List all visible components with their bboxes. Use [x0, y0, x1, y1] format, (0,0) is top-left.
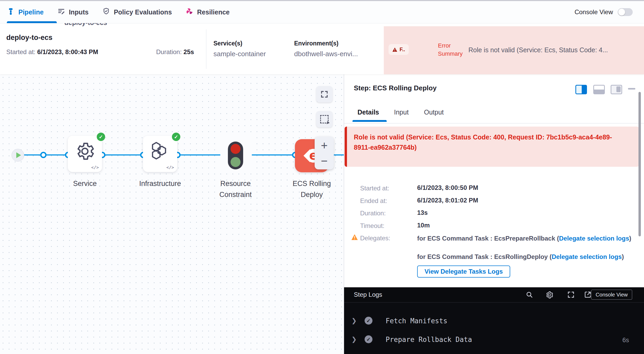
- zoom-out-button[interactable]: −: [315, 154, 334, 168]
- inputs-icon: [57, 7, 65, 17]
- error-summary-message: Role is not valid (Service: Ecs, Status …: [468, 46, 637, 54]
- toggle-knob: [618, 9, 625, 15]
- pipeline-icon: [7, 7, 15, 17]
- header-divider: [206, 29, 206, 69]
- traffic-green-light: [231, 157, 241, 167]
- log-step-name: Prepare Rollback Data: [386, 336, 472, 343]
- canvas-select-button[interactable]: [316, 111, 333, 127]
- log-success-check-icon: ✓: [365, 335, 372, 343]
- delegate-prefix: for ECS Command Task : EcsPrepareRollbac…: [417, 235, 559, 242]
- duration-value: 25s: [183, 48, 194, 55]
- tab-output[interactable]: Output: [424, 108, 444, 116]
- step-error-banner: Role is not valid (Service: Ecs, Status …: [345, 127, 639, 167]
- logs-console-view-button[interactable]: Console View: [591, 290, 632, 300]
- timeout-label: Timeout:: [360, 222, 384, 230]
- tab-policy-evaluations-label: Policy Evaluations: [114, 8, 172, 16]
- delegate-info-line: for ECS Command Task : EcsPrepareRollbac…: [417, 234, 639, 243]
- tab-inputs[interactable]: Inputs: [57, 7, 89, 17]
- gear-icon[interactable]: [545, 291, 554, 300]
- app-root: Pipeline Inputs Policy E: [0, 0, 644, 354]
- node-label-infrastructure: Infrastructure: [131, 178, 189, 189]
- details-tab-underline: [352, 120, 387, 122]
- tab-details[interactable]: Details: [357, 108, 379, 116]
- chevron-right-icon[interactable]: ❯: [351, 336, 357, 343]
- delegate-suffix: ): [622, 253, 624, 260]
- canvas-fullscreen-button[interactable]: [316, 86, 333, 102]
- tabs-divider: [344, 123, 644, 123]
- delegate-suffix: ): [629, 235, 631, 242]
- tab-policy-evaluations[interactable]: Policy Evaluations: [102, 7, 172, 17]
- console-view-control: Console View: [575, 1, 633, 23]
- services-value[interactable]: sample-container: [213, 50, 266, 58]
- fullscreen-icon[interactable]: [567, 291, 575, 300]
- top-nav: Pipeline Inputs Policy E: [0, 1, 644, 23]
- play-icon: [16, 152, 21, 158]
- delegate-info-line: for ECS Command Task : EcsRollingDeploy …: [417, 252, 639, 261]
- marquee-select-icon: [320, 115, 329, 123]
- minimize-panel-icon[interactable]: [628, 88, 635, 90]
- tab-inputs-label: Inputs: [69, 8, 89, 16]
- layout-right-view-icon[interactable]: [575, 85, 587, 94]
- canvas-zoom-panel: + −: [315, 137, 334, 169]
- node-infrastructure[interactable]: ✓ </>: [143, 136, 177, 172]
- environments-value[interactable]: dbothwell-aws-envi...: [294, 50, 358, 58]
- panel-scrollbar-thumb[interactable]: [638, 92, 641, 236]
- connector-port: [40, 152, 47, 158]
- search-icon[interactable]: [525, 291, 533, 300]
- log-success-check-icon: ✓: [365, 317, 372, 325]
- duration-label: Duration:: [360, 210, 386, 217]
- step-logs-title: Step Logs: [354, 291, 382, 298]
- expand-icon: [320, 90, 329, 98]
- started-at: Started at: 6/1/2023, 8:00:43 PM: [6, 48, 98, 56]
- view-delegate-tasks-logs-button[interactable]: View Delegate Tasks Logs: [417, 266, 510, 278]
- delegate-selection-logs-link[interactable]: Delegate selection logs: [552, 253, 622, 260]
- node-resource-constraint[interactable]: [228, 142, 243, 169]
- zoom-in-button[interactable]: +: [315, 138, 334, 153]
- clipped-pipeline-name: deploy-to-ecs: [64, 23, 133, 26]
- error-summary-label: Error Summary: [438, 41, 468, 58]
- hexagons-icon: [150, 141, 171, 163]
- traffic-red-light: [231, 144, 241, 154]
- resilience-icon: [186, 7, 193, 17]
- node-service[interactable]: ✓ </>: [68, 136, 102, 172]
- node-label-ecs-rolling-deploy: ECS Rolling Deploy: [283, 178, 341, 200]
- duration-value: 13s: [417, 209, 428, 216]
- started-at-label: Started at:: [360, 185, 389, 192]
- tab-resilience-label: Resilience: [197, 8, 230, 16]
- duration-label: Duration:: [156, 48, 182, 55]
- layout-bottom-view-icon[interactable]: [593, 85, 605, 94]
- services-label: Service(s): [213, 40, 242, 47]
- console-view-label: Console View: [575, 8, 613, 16]
- execution-header: deploy-to-ecs Started at: 6/1/2023, 8:00…: [0, 26, 644, 74]
- ended-at-value: 6/1/2023, 8:01:02 PM: [417, 197, 478, 204]
- started-at-value: 6/1/2023, 8:00:43 PM: [37, 48, 98, 55]
- tab-resilience[interactable]: Resilience: [186, 7, 230, 17]
- ended-at-label: Ended at:: [360, 197, 387, 205]
- tab-input[interactable]: Input: [394, 108, 409, 116]
- timeout-value: 10m: [417, 222, 430, 229]
- chevron-right-icon[interactable]: ❯: [351, 317, 357, 324]
- open-external-icon[interactable]: [584, 291, 592, 300]
- step-logs-header: Step Logs: [344, 287, 644, 303]
- node-label-service: Service: [56, 178, 114, 189]
- pipeline-canvas: ✓ </> ✓ </>: [0, 74, 344, 354]
- log-row-prepare-rollback-data[interactable]: ❯ ✓ Prepare Rollback Data 6s: [344, 334, 644, 346]
- pipeline-start-node: [12, 149, 24, 162]
- active-tab-underline: [7, 21, 57, 23]
- layout-drawer-view-icon[interactable]: [611, 85, 622, 94]
- delegate-selection-logs-link[interactable]: Delegate selection logs: [559, 235, 629, 242]
- delegates-warning-icon: [351, 234, 358, 241]
- step-logs-section: Step Logs: [344, 287, 644, 354]
- console-view-toggle[interactable]: [618, 8, 633, 16]
- nav-tabs: Pipeline Inputs Policy E: [7, 1, 229, 23]
- shield-check-icon: [102, 7, 110, 17]
- duration: Duration: 25s: [156, 48, 194, 56]
- success-check-icon: ✓: [172, 133, 180, 141]
- error-summary-zone: F.. Error Summary Role is not valid (Ser…: [384, 26, 644, 74]
- panel-title: Step: ECS Rolling Deploy: [354, 84, 437, 92]
- gear-icon: [74, 141, 95, 163]
- success-check-icon: ✓: [97, 133, 105, 141]
- tab-pipeline[interactable]: Pipeline: [7, 7, 44, 17]
- log-row-fetch-manifests[interactable]: ❯ ✓ Fetch Manifests: [344, 315, 644, 327]
- started-at-label: Started at:: [6, 48, 35, 55]
